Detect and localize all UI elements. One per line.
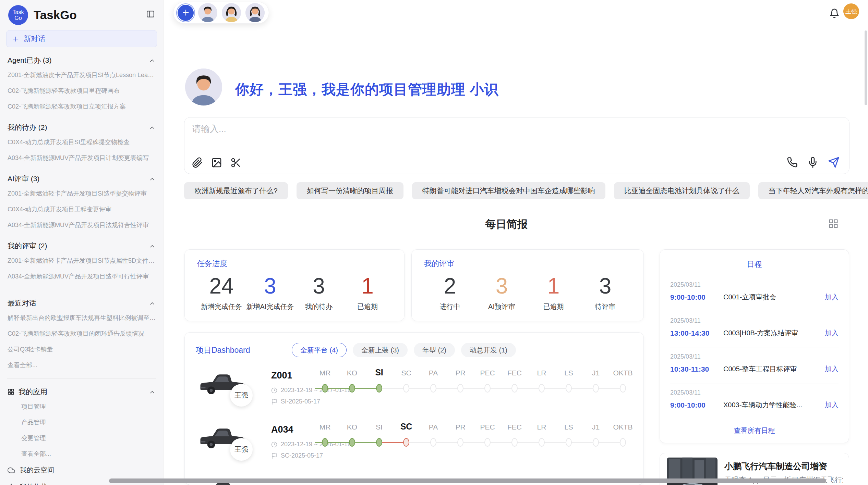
dashboard-tab[interactable]: 全新平台 (4) <box>292 343 347 357</box>
suggestion-chip[interactable]: 如何写一份清晰的项目周报 <box>297 182 403 199</box>
task-progress-title: 任务进度 <box>197 259 392 269</box>
schedule-join-link[interactable]: 加入 <box>825 293 839 302</box>
milestone-label-PA: PA <box>429 423 438 431</box>
user-avatar[interactable]: 王强 <box>843 3 859 19</box>
mic-icon[interactable] <box>807 157 818 168</box>
milestone-dot-SI <box>376 438 382 447</box>
divider <box>670 312 839 312</box>
my-review-card: 我的评审 2 进行中3 AI预评审1 已逾期3 待评审 <box>411 249 644 321</box>
sidebar-section-title[interactable]: AI评审 (3) <box>8 174 156 184</box>
milestone-label-LS: LS <box>564 423 573 431</box>
milestone-dot-MR <box>322 438 328 447</box>
image-icon[interactable] <box>211 157 222 168</box>
assistant-avatar-2[interactable] <box>222 3 241 22</box>
milestone-label-SI: SI <box>375 368 383 377</box>
chevron-up-icon <box>149 176 156 183</box>
screenshot-icon[interactable] <box>230 157 241 168</box>
sidebar-item[interactable]: 查看全部... <box>6 357 157 373</box>
stat-value: 1 <box>343 270 392 302</box>
dashboard-tab[interactable]: 动总开发 (1) <box>461 343 516 357</box>
schedule-join-link[interactable]: 加入 <box>825 328 839 338</box>
section-title-label: 最近对话 <box>8 298 36 308</box>
assistant-avatar-1[interactable] <box>198 3 217 22</box>
grid-icon[interactable] <box>828 219 839 229</box>
sidebar-item[interactable]: C02-飞腾新能源轻客改款项目立项汇报方案 <box>6 99 157 114</box>
schedule-date: 2025/03/11 <box>670 276 839 288</box>
voice-call-icon[interactable] <box>787 157 798 168</box>
milestone-label-FEC: FEC <box>507 423 522 431</box>
sidebar-item[interactable]: C0X4-动力总成开发项目SI里程碑提交物检查 <box>6 134 157 150</box>
schedule-join-link[interactable]: 加入 <box>825 364 839 374</box>
milestone-label-PEC: PEC <box>480 369 495 377</box>
plus-icon <box>12 35 20 43</box>
sidebar-item[interactable]: 项目管理 <box>6 399 157 414</box>
sidebar-item[interactable]: Z001-全新燃油轻卡产品开发项目SI节点属性5D文件评审 <box>6 253 157 269</box>
schedule-join-link[interactable]: 加入 <box>825 400 839 410</box>
sidebar-item[interactable]: C02-飞腾新能源轻客改款项目的闭环通告反馈情况 <box>6 326 157 341</box>
sidebar-item[interactable]: C0X4-动力总成开发项目工程变更评审 <box>6 201 157 217</box>
sidebar-item[interactable]: 变更管理 <box>6 430 157 446</box>
send-icon[interactable] <box>828 157 840 168</box>
sidebar-item[interactable]: Z001-全新燃油皮卡产品开发项目SI节点Lesson Learn报告 <box>6 67 157 83</box>
stat-value: 3 <box>579 270 631 302</box>
new-chat-button[interactable]: 新对话 <box>6 30 157 47</box>
suggestion-chip[interactable]: 当下年轻人对汽车外观有怎样的喜好趋势 <box>758 182 868 199</box>
sidebar-section-title[interactable]: 我的应用 <box>8 387 156 397</box>
send-icon[interactable] <box>828 157 840 168</box>
suggestion-chip[interactable]: 比亚迪全固态电池计划具体说了什么 <box>614 182 750 199</box>
view-all-schedule-link[interactable]: 查看所有日程 <box>660 426 849 435</box>
sidebar-shortcut-我的云空间[interactable]: 我的云空间 <box>6 462 157 478</box>
milestone-label-PR: PR <box>455 369 465 377</box>
my-review-title: 我的评审 <box>424 259 631 269</box>
stat-label: 我的待办 <box>294 302 343 311</box>
suggestion-chip[interactable]: 欧洲新规最近颁布了什么? <box>184 182 288 199</box>
milestone-label-LS: LS <box>564 369 573 377</box>
person-illustration <box>185 69 222 105</box>
dashboard-tab[interactable]: 年型 (2) <box>414 343 455 357</box>
sidebar-item[interactable]: 公司Q3轻卡销量 <box>6 341 157 357</box>
sidebar-section-title[interactable]: 我的待办 (2) <box>8 123 156 132</box>
notification-bell-icon[interactable] <box>829 8 840 18</box>
sidebar-section-title[interactable]: 最近对话 <box>8 298 156 308</box>
milestone-dot-LS <box>566 438 572 447</box>
milestone-label-LR: LR <box>537 423 546 431</box>
scissors-icon[interactable] <box>230 157 241 168</box>
sidebar-item[interactable]: A034-全新新能源MUV产品开发项目计划变更表编写 <box>6 150 157 166</box>
paperclip-icon[interactable] <box>192 157 203 168</box>
conversation-switcher <box>173 2 269 24</box>
sidebar-item[interactable]: 产品管理 <box>6 414 157 430</box>
layout-grid-icon[interactable] <box>828 219 839 229</box>
schedule-item: 2025/03/11 9:00-10:00 X003-车辆动力学性能验... 加… <box>670 384 839 420</box>
microphone-icon[interactable] <box>807 157 818 168</box>
phone-icon[interactable] <box>787 157 798 168</box>
sidebar-collapse-icon[interactable] <box>146 10 155 18</box>
assistant-avatar-3[interactable] <box>245 3 265 22</box>
section-title-label: AI评审 (3) <box>8 174 39 184</box>
stat-value: 24 <box>197 270 246 302</box>
sidebar-item[interactable]: 查看全部... <box>6 446 157 462</box>
project-row-A034[interactable]: 王强 A034 2023-12-19 ~ 2026-01-19 SC-2025-… <box>196 417 635 468</box>
milestone-label-PEC: PEC <box>480 423 495 431</box>
suggestion-chip[interactable]: 特朗普可能对进口汽车增税会对中国车企造成哪些影响 <box>412 182 605 199</box>
attach-file-icon[interactable] <box>192 157 203 168</box>
vertical-scrollbar[interactable] <box>865 30 867 105</box>
add-conversation-button[interactable] <box>178 5 194 21</box>
sidebar-item[interactable]: 解释最新出台的欧盟报废车法规再生塑料比例被调至15%... <box>6 310 157 326</box>
project-row-Z001[interactable]: 王强 Z001 2023-12-19 ~ 2027-01-19 SI-2025-… <box>196 363 635 414</box>
milestone-dot-PEC <box>484 384 491 393</box>
sidebar-section-title[interactable]: 我的评审 (2) <box>8 241 156 251</box>
sidebar-item[interactable]: A034-全新新能源MUV产品开发项目法规符合性评审 <box>6 217 157 233</box>
sidebar-item[interactable]: A034-全新新能源MUV产品开发项目造型可行性评审 <box>6 269 157 284</box>
sidebar-item[interactable]: Z001-全新燃油轻卡产品开发项目SI造型提交物评审 <box>6 186 157 201</box>
schedule-date: 2025/03/11 <box>670 348 839 360</box>
dashboard-header: 项目Dashboard 全新平台 (4)全新上装 (3)年型 (2)动总开发 (… <box>185 333 643 357</box>
horizontal-scrollbar[interactable] <box>109 478 826 483</box>
sidebar-section-title[interactable]: Agent已办 (3) <box>8 55 156 65</box>
sidebar-item[interactable]: C02-飞腾新能源轻客改款项目里程碑画布 <box>6 83 157 99</box>
suggestion-chips: 欧洲新规最近颁布了什么?如何写一份清晰的项目周报特朗普可能对进口汽车增税会对中国… <box>184 182 849 199</box>
attach-image-icon[interactable] <box>211 157 222 168</box>
chat-input[interactable] <box>192 123 706 154</box>
dashboard-tab[interactable]: 全新上装 (3) <box>353 343 408 357</box>
milestone-dot-LS <box>566 384 572 393</box>
milestone-dot-J1 <box>593 438 599 447</box>
